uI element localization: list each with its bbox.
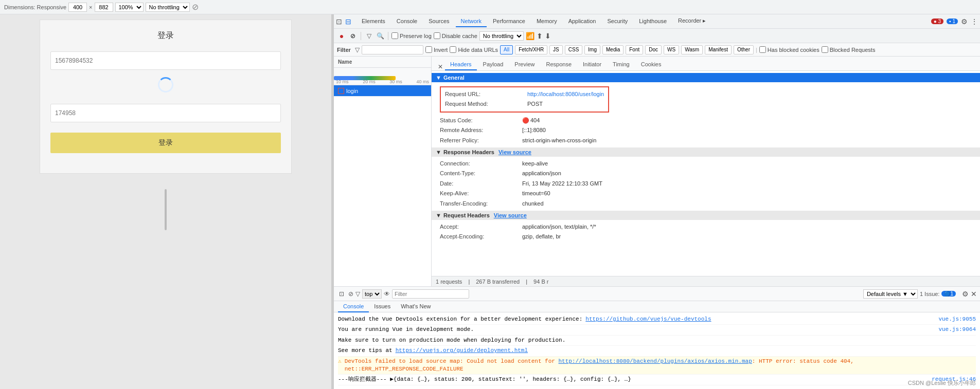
console-eye-icon[interactable]: 👁 (384, 290, 390, 298)
detail-tab-preview[interactable]: Preview (509, 59, 540, 70)
disable-cache-checkbox[interactable] (434, 32, 440, 39)
no-throttle-icon[interactable]: ⊘ (192, 2, 199, 12)
console-link-2[interactable]: https://vuejs.org/guide/deployment.html (396, 347, 528, 355)
tab-memory[interactable]: Memory (531, 16, 562, 27)
filter-all-btn[interactable]: All (500, 45, 513, 54)
blocked-cookies-checkbox[interactable] (759, 46, 766, 53)
console-settings-icon[interactable]: ⚙ (962, 290, 969, 298)
height-input[interactable] (95, 3, 113, 12)
tab-network[interactable]: Network (456, 16, 487, 27)
zoom-select[interactable]: 100% (115, 3, 144, 12)
request-headers-section-header[interactable]: ▼ Request Headers View source (432, 211, 980, 220)
keep-alive-label: Keep-Alive: (440, 190, 522, 197)
tab-elements[interactable]: Elements (357, 16, 390, 27)
throttle-dropdown[interactable]: No throttling (479, 31, 524, 41)
download-icon[interactable]: ⬇ (545, 32, 551, 40)
preview-title: 登录 (157, 30, 174, 41)
detail-tab-response[interactable]: Response (541, 59, 577, 70)
password-input[interactable] (50, 104, 281, 122)
settings-icon[interactable]: ⚙ (961, 17, 968, 26)
referrer-policy-row: Referrer Policy: strict-origin-when-cros… (440, 136, 972, 145)
console-panel-icon[interactable]: ⊡ (337, 290, 346, 298)
response-headers-title: Response Headers (443, 149, 494, 155)
filter-media-btn[interactable]: Media (602, 45, 623, 54)
blocked-requests-checkbox-group[interactable]: Blocked Requests (822, 46, 876, 53)
resize-handle[interactable] (165, 189, 167, 230)
filter-js-btn[interactable]: JS (549, 45, 563, 54)
detail-tab-initiator[interactable]: Initiator (578, 59, 607, 70)
filter-font-btn[interactable]: Font (626, 45, 643, 54)
request-headers-view-source[interactable]: View source (494, 212, 527, 218)
tab-security[interactable]: Security (602, 16, 633, 27)
transfer-encoding-value: chunked (522, 200, 544, 208)
devtools-inspect-icon[interactable]: ⊡ (336, 17, 342, 26)
invert-checkbox[interactable] (425, 46, 432, 53)
disable-cache-label: Disable cache (442, 33, 477, 39)
console-subtabs: Console Issues What's New (334, 301, 980, 312)
devtools-responsive-icon[interactable]: ⊟ (345, 17, 351, 26)
tab-sources[interactable]: Sources (423, 16, 454, 27)
login-button[interactable]: 登录 (50, 133, 281, 153)
filter-doc-btn[interactable]: Doc (645, 45, 662, 54)
console-warning-link[interactable]: http://localhost:8080/backend/plugins/ax… (559, 358, 752, 364)
filter-img-btn[interactable]: Img (584, 45, 600, 54)
filter-input[interactable] (364, 47, 405, 53)
network-row-login[interactable]: login (334, 85, 431, 97)
hide-data-urls-checkbox-group[interactable]: Hide data URLs (450, 46, 498, 53)
detail-close-btn[interactable]: ✕ (436, 63, 445, 70)
console-tab-issues[interactable]: Issues (369, 301, 396, 312)
record-button[interactable]: ● (337, 31, 346, 41)
console-filter-input[interactable] (392, 289, 469, 299)
console-level-select[interactable]: Default levels ▼ (863, 289, 918, 299)
detail-tab-cookies[interactable]: Cookies (636, 59, 667, 70)
upload-icon[interactable]: ⬆ (537, 32, 543, 40)
tab-application[interactable]: Application (563, 16, 601, 27)
filter-separator: | (756, 47, 757, 53)
timeline-30ms: 30 ms (389, 79, 402, 84)
request-headers-body: Accept: application/json, text/plain, */… (432, 220, 980, 244)
filter-icon[interactable]: ▽ (364, 31, 373, 41)
filter-ws-btn[interactable]: WS (664, 45, 679, 54)
tab-console[interactable]: Console (391, 16, 422, 27)
toolbar-separator-1 (361, 32, 361, 40)
date-value: Fri, 13 May 2022 12:10:33 GMT (522, 180, 602, 188)
response-headers-section-header[interactable]: ▼ Response Headers View source (432, 147, 980, 157)
detail-tab-timing[interactable]: Timing (608, 59, 635, 70)
general-section-header[interactable]: ▼ General (432, 73, 980, 82)
console-link-1[interactable]: https://github.com/vuejs/vue-devtools (585, 316, 711, 323)
more-icon[interactable]: ⋮ (971, 17, 978, 26)
preserve-log-checkbox-group[interactable]: Preserve log (391, 32, 432, 39)
console-clear-icon[interactable]: ⊘ (348, 290, 353, 298)
console-filter-icon[interactable]: ▽ (355, 290, 360, 298)
blocked-cookies-checkbox-group[interactable]: Has blocked cookies (759, 46, 819, 53)
response-headers-arrow: ▼ (436, 149, 441, 155)
console-close-icon[interactable]: ✕ (971, 290, 977, 298)
filter-css-btn[interactable]: CSS (565, 45, 583, 54)
console-tab-whatsnew[interactable]: What's New (396, 301, 436, 312)
filter-manifest-btn[interactable]: Manifest (705, 45, 732, 54)
console-tab-console[interactable]: Console (338, 301, 369, 312)
detail-tab-headers[interactable]: Headers (445, 59, 477, 70)
detail-content: ▼ General Request URL: http://localhost:… (432, 71, 980, 276)
filter-wasm-btn[interactable]: Wasm (681, 45, 703, 54)
wifi-icon[interactable]: 📶 (526, 32, 534, 40)
throttle-select-top[interactable]: No throttling (146, 3, 190, 12)
tab-lighthouse[interactable]: Lighthouse (634, 16, 672, 27)
search-icon[interactable]: 🔍 (376, 31, 385, 41)
response-headers-view-source[interactable]: View source (498, 149, 531, 155)
detail-tab-payload[interactable]: Payload (478, 59, 509, 70)
console-context-select[interactable]: top (362, 289, 382, 299)
clear-button[interactable]: ⊘ (348, 31, 358, 41)
blocked-requests-checkbox[interactable] (822, 46, 828, 53)
invert-checkbox-group[interactable]: Invert (425, 46, 448, 53)
tab-recorder[interactable]: Recorder ▸ (673, 15, 711, 27)
preserve-log-checkbox[interactable] (391, 32, 398, 39)
filter-other-btn[interactable]: Other (734, 45, 754, 54)
filter-fetch-xhr-btn[interactable]: Fetch/XHR (515, 45, 547, 54)
width-input[interactable] (68, 3, 87, 12)
tab-performance[interactable]: Performance (488, 16, 530, 27)
disable-cache-checkbox-group[interactable]: Disable cache (434, 32, 477, 39)
username-input[interactable] (50, 51, 281, 70)
preview-inner: 登录 登录 (40, 20, 292, 174)
hide-data-urls-checkbox[interactable] (450, 46, 456, 53)
